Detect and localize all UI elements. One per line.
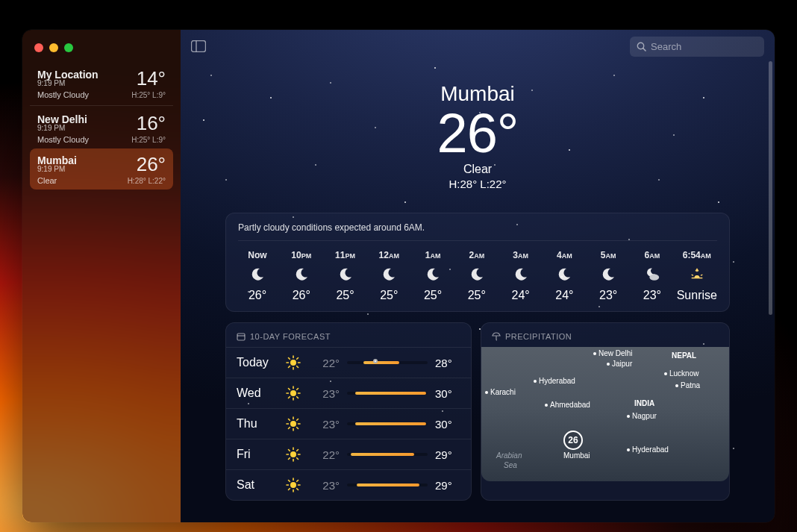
calendar-icon [237, 332, 246, 341]
day-label: Wed [237, 387, 278, 400]
search-field[interactable] [630, 37, 764, 57]
temp-range-bar [347, 361, 428, 364]
clear-night-icon [425, 266, 441, 283]
svg-rect-0 [192, 41, 206, 52]
hour-cell: 6AM23° [633, 250, 672, 302]
ten-day-row[interactable]: Sat23°29° [226, 469, 471, 500]
toolbar [181, 30, 775, 63]
map-pin[interactable]: 26 [563, 431, 583, 450]
map-label: Mumbai [563, 451, 590, 460]
svg-rect-8 [237, 334, 245, 340]
hour-time: 2AM [469, 250, 484, 260]
svg-line-7 [701, 275, 702, 275]
low-temp: 23° [314, 418, 340, 431]
hour-temp: 25° [380, 289, 398, 302]
close-button[interactable] [34, 43, 43, 52]
map-label: NEPAL [672, 351, 696, 360]
map-label: Ahmedabad [545, 401, 590, 409]
high-temp: 29° [435, 448, 460, 461]
hour-cell: 6:54AMSunrise [677, 250, 717, 302]
precipitation-map[interactable]: 26New DelhiJaipurHyderabadKarachiAhmedab… [481, 347, 729, 481]
svg-line-45 [297, 450, 299, 451]
clear-night-icon [469, 266, 485, 283]
hourly-summary: Partly cloudy conditions expected around… [238, 222, 717, 241]
location-condition: Clear [37, 176, 57, 185]
hour-cell: 10PM26° [282, 250, 321, 302]
ten-day-row[interactable]: Thu23°30° [226, 408, 471, 439]
sunny-icon [286, 416, 307, 431]
svg-point-46 [290, 482, 296, 488]
location-hilo: H:25° L:9° [131, 91, 166, 99]
precipitation-panel[interactable]: PRECIPITATION 26New DelhiJaipurHyderabad… [481, 322, 730, 501]
temp-range-bar [347, 453, 428, 456]
svg-point-5 [694, 275, 699, 281]
hour-time: 12AM [379, 250, 399, 260]
svg-point-37 [290, 451, 296, 457]
sidebar-item-new-delhi[interactable]: New Delhi9:19 PM16°Mostly CloudyH:25° L:… [30, 107, 173, 148]
location-condition: Mostly Cloudy [37, 90, 89, 99]
clear-night-icon [600, 266, 616, 283]
high-temp: 30° [435, 387, 460, 400]
svg-line-36 [297, 419, 299, 421]
precipitation-title: PRECIPITATION [481, 323, 729, 347]
low-temp: 23° [314, 479, 340, 492]
clear-night-icon [337, 266, 354, 283]
map-label: Patna [675, 381, 700, 389]
app-window: My Location9:19 PM14°Mostly CloudyH:25° … [22, 30, 775, 522]
map-label: Hyderabad [534, 377, 575, 385]
hero-hilo: H:28° L:22° [181, 178, 775, 190]
sidebar-item-mumbai[interactable]: Mumbai9:19 PM26°ClearH:28° L:22° [30, 148, 173, 190]
svg-point-10 [290, 360, 296, 366]
hour-time: 6AM [645, 250, 660, 260]
day-label: Sat [237, 478, 278, 492]
hour-cell: 2AM25° [457, 250, 496, 302]
day-label: Fri [237, 448, 278, 461]
maximize-button[interactable] [64, 43, 73, 52]
partly-cloudy-night-icon [644, 266, 660, 283]
ten-day-row[interactable]: Fri22°29° [226, 439, 471, 469]
location-hilo: H:28° L:22° [128, 177, 166, 185]
toggle-sidebar-icon[interactable] [191, 40, 206, 52]
location-hilo: H:25° L:9° [131, 136, 166, 144]
search-input[interactable] [651, 41, 775, 52]
svg-line-26 [289, 397, 290, 398]
hour-temp: 23° [643, 289, 661, 302]
svg-line-24 [289, 389, 290, 390]
map-label: Sea [504, 461, 517, 469]
svg-line-6 [691, 275, 693, 275]
hero-temperature: 26° [181, 106, 775, 161]
hour-time: 5AM [601, 250, 616, 260]
ten-day-forecast-panel[interactable]: 10-DAY FORECAST Today22°28°Wed23°30°Thu2… [225, 322, 472, 501]
hour-time: 10PM [291, 250, 311, 260]
svg-line-27 [297, 389, 299, 390]
hour-temp: 25° [336, 289, 354, 302]
svg-line-33 [289, 419, 290, 421]
hour-cell: 1AM25° [413, 250, 452, 302]
map-label: Lucknow [664, 369, 698, 378]
high-temp: 30° [435, 418, 460, 431]
hour-cell: 3AM24° [501, 250, 540, 302]
minimize-button[interactable] [49, 43, 58, 52]
map-label: Arabian [496, 451, 522, 460]
ten-day-row[interactable]: Today22°28° [226, 347, 471, 378]
hero: Mumbai 26° Clear H:28° L:22° [181, 82, 775, 190]
svg-point-19 [290, 390, 296, 396]
hour-cell: 12AM25° [369, 250, 408, 302]
traffic-lights [30, 40, 173, 63]
svg-line-51 [289, 481, 290, 482]
svg-line-34 [297, 428, 299, 429]
svg-line-3 [643, 48, 646, 50]
main-content: Mumbai 26° Clear H:28° L:22° Partly clou… [181, 30, 775, 522]
ten-day-row[interactable]: Wed23°30° [226, 378, 471, 408]
sunny-icon [286, 355, 307, 370]
sidebar-item-my-location[interactable]: My Location9:19 PM14°Mostly CloudyH:25° … [30, 63, 173, 104]
location-condition: Mostly Cloudy [37, 135, 89, 144]
hourly-forecast-panel[interactable]: Partly cloudy conditions expected around… [225, 213, 730, 312]
scrollbar[interactable] [769, 61, 772, 315]
day-label: Thu [237, 417, 278, 431]
svg-line-44 [289, 458, 290, 460]
hour-temp: 25° [468, 289, 486, 302]
search-icon [637, 42, 646, 51]
svg-line-43 [297, 458, 299, 460]
temp-range-bar [347, 484, 428, 486]
